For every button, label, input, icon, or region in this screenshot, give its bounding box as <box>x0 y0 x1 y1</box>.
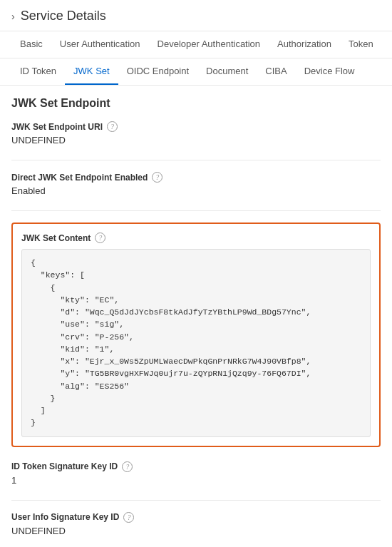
jwk-code-block[interactable]: { "keys": [ { "kty": "EC", "d": "Wqc_Q5d… <box>21 249 371 437</box>
tab-ciba[interactable]: CIBA <box>257 58 295 85</box>
content-area: JWK Set Endpoint JWK Set Endpoint URI ? … <box>0 86 392 547</box>
help-icon-direct-jwk[interactable]: ? <box>152 172 163 183</box>
tab-basic[interactable]: Basic <box>11 31 51 58</box>
field-value-jwk-endpoint-uri: UNDEFINED <box>11 135 381 145</box>
tabs-row-2: ID Token JWK Set OIDC Endpoint Document … <box>0 58 392 86</box>
field-label-jwk-endpoint-uri: JWK Set Endpoint URI <box>11 122 103 132</box>
field-value-id-token-sig: 1 <box>11 475 381 486</box>
divider-3 <box>11 500 381 501</box>
field-label-id-token-sig: ID Token Signature Key ID <box>11 461 118 471</box>
tab-document[interactable]: Document <box>197 58 257 85</box>
field-jwk-set-content: JWK Set Content ? { "keys": [ { "kty": "… <box>11 223 381 447</box>
field-user-info-sig-key: User Info Signature Key ID ? UNDEFINED <box>11 512 381 536</box>
divider-1 <box>11 160 381 160</box>
help-icon-jwk-endpoint-uri[interactable]: ? <box>107 121 118 132</box>
tab-device-flow[interactable]: Device Flow <box>296 58 363 85</box>
help-icon-user-info-sig[interactable]: ? <box>123 512 134 523</box>
field-id-token-sig-key: ID Token Signature Key ID ? 1 <box>11 461 381 486</box>
tab-token[interactable]: Token <box>340 31 382 58</box>
help-icon-jwk-content[interactable]: ? <box>95 232 105 243</box>
field-direct-jwk-enabled: Direct JWK Set Endpoint Enabled ? Enable… <box>11 172 381 196</box>
help-icon-id-token-sig[interactable]: ? <box>122 461 133 472</box>
chevron-icon[interactable]: › <box>11 11 15 22</box>
tab-user-authentication[interactable]: User Authentication <box>51 31 149 58</box>
field-label-direct-jwk: Direct JWK Set Endpoint Enabled <box>11 173 148 183</box>
field-jwk-endpoint-uri: JWK Set Endpoint URI ? UNDEFINED <box>11 121 381 145</box>
page-header: › Service Details <box>0 0 392 31</box>
field-label-user-info-sig: User Info Signature Key ID <box>11 512 119 522</box>
field-value-user-info-sig: UNDEFINED <box>11 526 381 536</box>
field-value-direct-jwk: Enabled <box>11 185 381 196</box>
field-label-jwk-content: JWK Set Content <box>21 233 91 243</box>
tabs-row-1: Basic User Authentication Developer Auth… <box>0 31 392 58</box>
tab-jwk-set[interactable]: JWK Set <box>65 58 118 85</box>
tab-oidc-endpoint[interactable]: OIDC Endpoint <box>118 58 197 85</box>
tab-id-token[interactable]: ID Token <box>11 58 65 85</box>
tab-authorization[interactable]: Authorization <box>269 31 340 58</box>
section-title: JWK Set Endpoint <box>11 97 381 110</box>
divider-2 <box>11 210 381 211</box>
tab-developer-authentication[interactable]: Developer Authentication <box>149 31 269 58</box>
page-title: Service Details <box>21 9 106 24</box>
